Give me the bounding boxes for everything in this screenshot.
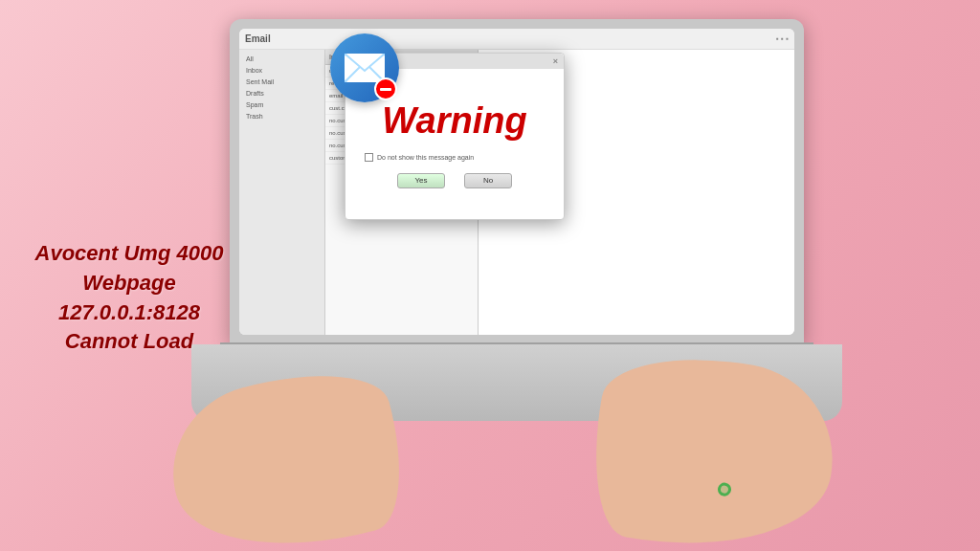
overlay-line3: 127.0.0.1:8128 xyxy=(19,298,239,328)
overlay-line2: Webpage xyxy=(19,269,239,298)
topbar-controls: ▪ ▪ ▪ xyxy=(776,34,789,43)
sidebar-item-sent[interactable]: Sent Mail xyxy=(243,77,321,87)
checkbox-row: Do not show this message again xyxy=(365,153,474,162)
left-hand xyxy=(154,352,420,551)
dialog-close-button[interactable]: × xyxy=(553,56,558,66)
no-entry-badge xyxy=(374,77,397,100)
mail-icon-circle xyxy=(330,33,399,102)
sidebar-item-trash[interactable]: Trash xyxy=(243,111,321,121)
email-title: Email xyxy=(245,33,772,44)
sidebar-item-inbox[interactable]: Inbox xyxy=(243,65,321,76)
checkbox-label: Do not show this message again xyxy=(377,154,474,161)
sidebar-item-all[interactable]: All xyxy=(243,54,321,64)
sidebar-item-spam[interactable]: Spam xyxy=(243,99,321,110)
mail-icon-container xyxy=(330,33,399,102)
warning-label: Warning xyxy=(382,100,526,142)
dont-show-checkbox[interactable] xyxy=(365,153,373,162)
no-button[interactable]: No xyxy=(464,173,512,188)
right-hand xyxy=(579,341,848,551)
ring xyxy=(717,482,732,497)
overlay-text: Avocent Umg 4000 Webpage 127.0.0.1:8128 … xyxy=(19,239,239,357)
mail-icon xyxy=(345,54,385,82)
hands-area xyxy=(144,283,861,551)
no-entry-bar xyxy=(380,88,391,91)
dialog-buttons: Yes No xyxy=(397,173,512,188)
sidebar-item-drafts[interactable]: Drafts xyxy=(243,88,321,99)
yes-button[interactable]: Yes xyxy=(397,173,445,188)
overlay-line4: Cannot Load xyxy=(19,327,239,357)
overlay-line1: Avocent Umg 4000 xyxy=(19,239,239,269)
email-topbar: Email ▪ ▪ ▪ xyxy=(239,29,794,50)
